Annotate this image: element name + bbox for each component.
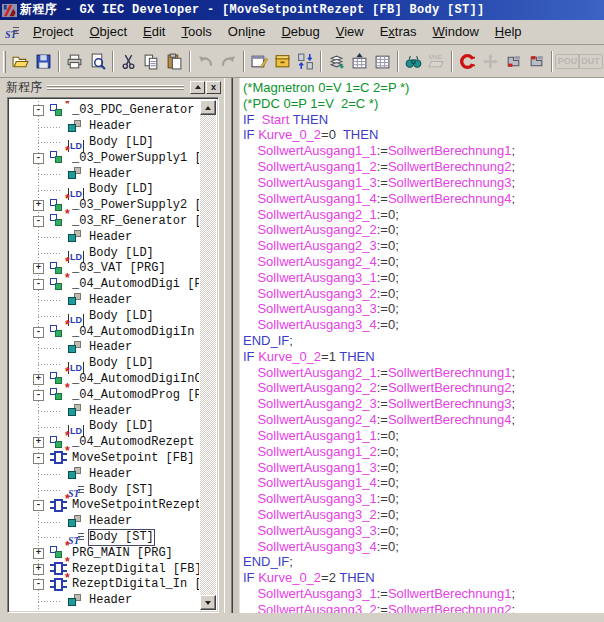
tree-item[interactable]: +*_03_PowerSupply2 [P [11,198,199,214]
menu-item-window[interactable]: Window [425,21,487,43]
tree-item[interactable]: +*_04_AutomodDigiInCo [11,372,199,388]
tree-item[interactable]: Header [11,293,199,309]
find-button[interactable] [402,50,425,73]
tree-item[interactable]: STBody [ST] [11,530,199,546]
tree-item[interactable]: Header [11,166,199,182]
expand-expander[interactable]: + [33,263,44,274]
tree-item[interactable]: LDBody [LD] [11,135,199,151]
menu-item-object[interactable]: Object [81,21,135,43]
function-block-icon: * [49,451,69,465]
tree-item[interactable]: -*MoveSetpointRezept [11,498,199,514]
tree-item[interactable]: -*_03_PowerSupply1 [P [11,150,199,166]
menu-item-edit[interactable]: Edit [135,21,173,43]
menu-item-view[interactable]: View [328,21,372,43]
cut-button[interactable] [117,50,140,73]
dock-drag-handle[interactable] [47,85,184,90]
blue-arrows-icon [297,53,314,70]
tree-item[interactable]: -*_04_AutomodDigiIn [ [11,324,199,340]
code-line: SollwertAusgang1_4:=0; [243,475,604,491]
tree-item[interactable]: Header [11,593,199,609]
collapse-expander[interactable]: - [33,279,44,290]
block-download-button[interactable] [502,50,525,73]
download-project-button[interactable] [325,50,348,73]
clipboard-icon [166,53,183,70]
tree-item[interactable]: LDBody [LD] [11,308,199,324]
monitor-grid-up-button[interactable] [348,50,371,73]
collapse-expander[interactable]: - [33,500,44,511]
save-button[interactable] [32,50,55,73]
tree-content: -*_03_PDC_Generator [PHeaderLDBody [LD]-… [11,101,199,610]
transfer-setup-button[interactable] [294,50,317,73]
paste-button[interactable] [163,50,186,73]
tree-item[interactable]: -*_04_AutomodProg [PR [11,387,199,403]
expand-expander[interactable]: + [33,564,44,575]
st-document-icon[interactable]: ST [3,24,21,40]
properties-button[interactable] [248,50,271,73]
tree-item[interactable]: Header [11,403,199,419]
menu-item-help[interactable]: Help [487,21,530,43]
code-line: SollwertAusgang2_1:=SollwertBerechnung1; [243,365,604,381]
collapse-expander[interactable]: - [33,216,44,227]
header-icon [66,341,86,355]
expand-expander[interactable]: + [33,200,44,211]
toolbar-grip[interactable] [3,51,6,73]
tree-item[interactable]: +*PRG_MAIN [PRG] [11,545,199,561]
tree-item[interactable]: Header [11,340,199,356]
tree-item[interactable]: -*_03_RF_Generator [P [11,214,199,230]
tree-item[interactable]: -*MoveSetpoint [FB] [11,451,199,467]
tree-item[interactable]: +*_03_VAT [PRG] [11,261,199,277]
dock-close-button[interactable]: x [206,81,221,94]
menu-item-online[interactable]: Online [220,21,274,43]
collapse-expander[interactable]: - [33,453,44,464]
tree-scrollbar[interactable] [200,100,216,610]
menu-item-debug[interactable]: Debug [273,21,327,43]
st-editor[interactable]: (*Magnetron 0=V 1=C 2=P *)(*PDC 0=P 1=V … [232,78,604,613]
tree-item[interactable]: LDBody [LD] [11,182,199,198]
tree-item[interactable]: Header [11,514,199,530]
menu-item-tools[interactable]: Tools [173,21,219,43]
expand-expander[interactable]: + [33,374,44,385]
print-preview-button[interactable] [86,50,109,73]
print-button[interactable] [63,50,86,73]
code-line: SollwertAusgang1_2:=0; [243,444,604,460]
monitor-grid-button[interactable] [371,50,394,73]
toolbar-separator [320,51,322,72]
collapse-expander[interactable]: - [33,327,44,338]
tree-item[interactable]: -*RezeptDigital_In [F [11,577,199,593]
tree-item-label: _04_AutomodDigiInCo [72,372,199,387]
menu-item-project[interactable]: Project [25,21,81,43]
tree-item[interactable]: STBody [ST] [11,482,199,498]
collapse-expander[interactable]: - [33,105,44,116]
tree-item[interactable]: LDBody [LD] [11,245,199,261]
tree-item-label: Body [ST] [89,530,154,545]
menu-item-extras[interactable]: Extras [372,21,425,43]
window-titlebar[interactable]: 新程序 - GX IEC Developer - [MoveSetpointRe… [0,0,604,20]
cross-reference-button[interactable] [456,50,479,73]
tree-item[interactable]: Header [11,119,199,135]
expand-expander[interactable]: + [33,548,44,559]
copy-button[interactable] [140,50,163,73]
project-archive-button[interactable] [271,50,294,73]
tree-item[interactable]: Header [11,229,199,245]
dock-collapse-button[interactable] [190,81,205,94]
tree-item-label: _03_VAT [PRG] [72,261,166,276]
panel-splitter[interactable] [224,78,232,613]
collapse-expander[interactable]: - [33,390,44,401]
scroll-down-button[interactable] [200,595,216,610]
tree-item[interactable]: Header [11,466,199,482]
open-folder-icon [12,53,29,70]
open-button[interactable] [9,50,32,73]
tree-item[interactable]: LDBody [LD] [11,356,199,372]
tree-item[interactable]: -*_04_AutomodDigi [PR [11,277,199,293]
collapse-expander[interactable]: - [33,153,44,164]
block-upload-button[interactable] [525,50,548,73]
tree-item[interactable]: LDBody [LD] [11,419,199,435]
scroll-up-button[interactable] [200,100,216,115]
tree-item[interactable]: -*_03_PDC_Generator [P [11,103,199,119]
tree-item[interactable]: +*RezeptDigital [FB] [11,561,199,577]
code-line: IF Kurve_0_2=0 THEN [243,127,604,143]
tree-item[interactable]: +*_04_AutomodRezept [ [11,435,199,451]
collapse-expander[interactable]: - [33,579,44,590]
expand-expander[interactable]: + [33,437,44,448]
code-line: END_IF; [243,333,604,349]
